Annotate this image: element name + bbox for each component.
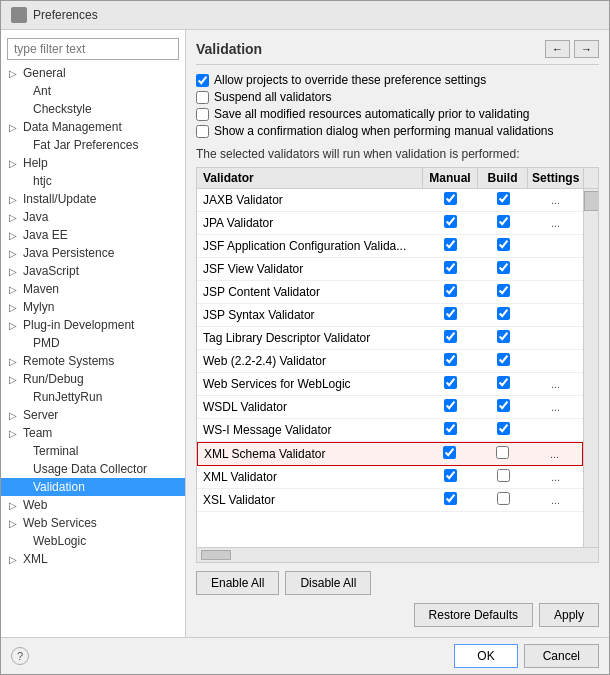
sidebar-item-java[interactable]: ▷Java [1,208,185,226]
sidebar-item-plugin-development[interactable]: ▷Plug-in Development [1,316,185,334]
sidebar-item-server[interactable]: ▷Server [1,406,185,424]
checkbox-save-all[interactable] [196,108,209,121]
manual-checkbox[interactable] [444,261,457,274]
cell-manual[interactable] [423,396,478,418]
checkbox-suspend[interactable] [196,91,209,104]
enable-all-button[interactable]: Enable All [196,571,279,595]
cell-build[interactable] [478,304,528,326]
cell-settings[interactable]: ... [528,374,583,394]
build-checkbox[interactable] [497,284,510,297]
cell-build[interactable] [478,489,528,511]
cell-manual[interactable] [423,212,478,234]
manual-checkbox[interactable] [444,353,457,366]
sidebar-item-team[interactable]: ▷Team [1,424,185,442]
settings-dots[interactable]: ... [551,401,560,413]
manual-checkbox[interactable] [444,469,457,482]
cell-build[interactable] [478,327,528,349]
settings-dots[interactable]: ... [551,378,560,390]
sidebar-item-remote-systems[interactable]: ▷Remote Systems [1,352,185,370]
sidebar-item-javascript[interactable]: ▷JavaScript [1,262,185,280]
manual-checkbox[interactable] [444,215,457,228]
sidebar-item-runjettyrun[interactable]: RunJettyRun [1,388,185,406]
cell-settings[interactable]: ... [528,190,583,210]
cell-manual[interactable] [423,281,478,303]
ok-button[interactable]: OK [454,644,517,668]
sidebar-item-maven[interactable]: ▷Maven [1,280,185,298]
cell-manual[interactable] [423,466,478,488]
scroll-thumb[interactable] [584,191,599,211]
manual-checkbox[interactable] [444,330,457,343]
cell-manual[interactable] [423,489,478,511]
build-checkbox[interactable] [497,469,510,482]
cell-manual[interactable] [423,327,478,349]
build-checkbox[interactable] [497,376,510,389]
cell-manual[interactable] [423,304,478,326]
build-checkbox[interactable] [497,422,510,435]
build-checkbox[interactable] [497,330,510,343]
cell-build[interactable] [478,189,528,211]
help-icon[interactable]: ? [11,647,29,665]
checkbox-show-confirm[interactable] [196,125,209,138]
sidebar-item-validation[interactable]: Validation [1,478,185,496]
settings-dots[interactable]: ... [551,217,560,229]
filter-input[interactable] [7,38,179,60]
sidebar-item-java-ee[interactable]: ▷Java EE [1,226,185,244]
sidebar-item-general[interactable]: ▷General [1,64,185,82]
manual-checkbox[interactable] [444,492,457,505]
cell-settings[interactable]: ... [528,213,583,233]
sidebar-item-htjc[interactable]: htjc [1,172,185,190]
horizontal-scrollbar[interactable] [197,547,598,562]
back-button[interactable]: ← [545,40,570,58]
scrollbar[interactable] [583,189,598,547]
sidebar-item-ant[interactable]: Ant [1,82,185,100]
sidebar-item-help[interactable]: ▷Help [1,154,185,172]
settings-dots[interactable]: ... [550,448,559,460]
sidebar-item-data-management[interactable]: ▷Data Management [1,118,185,136]
sidebar-item-fat-jar[interactable]: Fat Jar Preferences [1,136,185,154]
sidebar-item-pmd[interactable]: PMD [1,334,185,352]
cell-settings[interactable]: ... [527,444,582,464]
cell-settings[interactable]: ... [528,467,583,487]
forward-button[interactable]: → [574,40,599,58]
cell-manual[interactable] [423,235,478,257]
build-checkbox[interactable] [497,353,510,366]
cell-manual[interactable] [423,419,478,441]
manual-checkbox[interactable] [444,192,457,205]
build-checkbox[interactable] [497,192,510,205]
manual-checkbox[interactable] [444,238,457,251]
h-scroll-thumb[interactable] [201,550,231,560]
cell-build[interactable] [478,281,528,303]
sidebar-item-xml[interactable]: ▷XML [1,550,185,568]
build-checkbox[interactable] [497,238,510,251]
sidebar-item-terminal[interactable]: Terminal [1,442,185,460]
cell-build[interactable] [478,258,528,280]
build-checkbox[interactable] [497,399,510,412]
sidebar-item-usage-data-collector[interactable]: Usage Data Collector [1,460,185,478]
sidebar-item-web-services[interactable]: ▷Web Services [1,514,185,532]
cell-settings[interactable]: ... [528,490,583,510]
cell-build[interactable] [478,419,528,441]
cell-build[interactable] [478,466,528,488]
cell-build[interactable] [478,212,528,234]
build-checkbox[interactable] [497,307,510,320]
cell-manual[interactable] [423,373,478,395]
manual-checkbox[interactable] [444,399,457,412]
sidebar-item-run-debug[interactable]: ▷Run/Debug [1,370,185,388]
sidebar-item-web[interactable]: ▷Web [1,496,185,514]
build-checkbox[interactable] [496,446,509,459]
build-checkbox[interactable] [497,215,510,228]
cell-build[interactable] [478,350,528,372]
settings-dots[interactable]: ... [551,471,560,483]
cell-build[interactable] [478,373,528,395]
build-checkbox[interactable] [497,261,510,274]
sidebar-item-checkstyle[interactable]: Checkstyle [1,100,185,118]
cell-manual[interactable] [422,443,477,465]
cell-build[interactable] [478,396,528,418]
cell-manual[interactable] [423,350,478,372]
sidebar-item-mylyn[interactable]: ▷Mylyn [1,298,185,316]
restore-defaults-button[interactable]: Restore Defaults [414,603,533,627]
manual-checkbox[interactable] [444,422,457,435]
cell-settings[interactable]: ... [528,397,583,417]
sidebar-item-java-persistence[interactable]: ▷Java Persistence [1,244,185,262]
manual-checkbox[interactable] [444,307,457,320]
